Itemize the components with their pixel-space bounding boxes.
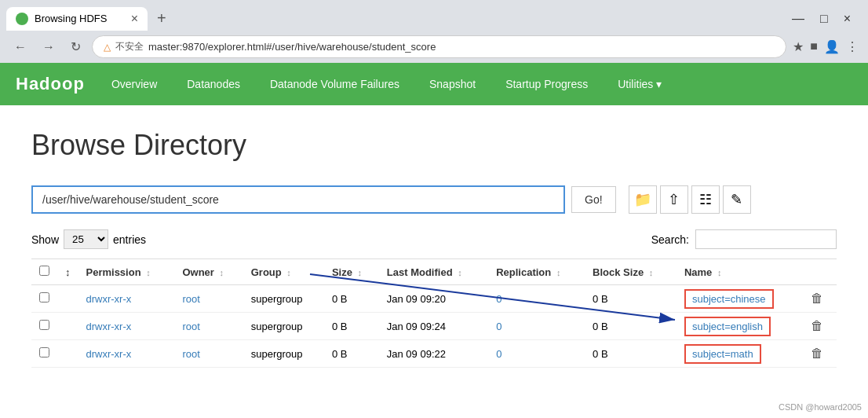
row-delete: 🗑: [803, 285, 837, 313]
row-name: subject=english: [677, 313, 803, 340]
show-label: Show: [31, 233, 59, 246]
table-row: drwxr-xr-x root supergroup 0 B Jan 09 09…: [31, 313, 837, 340]
row-sort-icon: [57, 285, 78, 313]
row-replication: 0: [488, 313, 585, 340]
permission-link[interactable]: drwxr-xr-x: [86, 348, 132, 360]
header-checkbox-cell: [31, 259, 57, 285]
row-last-modified: Jan 09 09:20: [379, 285, 488, 313]
extensions-icon[interactable]: ■: [810, 39, 818, 54]
edit-icon-button[interactable]: ✎: [723, 185, 751, 214]
row-checkbox-cell: [31, 313, 57, 340]
profile-icon[interactable]: 👤: [824, 39, 840, 54]
nav-datanodes[interactable]: Datanodes: [184, 64, 243, 104]
delete-button[interactable]: 🗑: [811, 346, 823, 361]
security-text: 不安全: [115, 40, 144, 53]
header-sort[interactable]: ↕: [57, 259, 78, 285]
row-block-size: 0 B: [585, 285, 677, 313]
row-group: supergroup: [243, 285, 324, 313]
refresh-button[interactable]: ↻: [66, 38, 86, 56]
row-permission: drwxr-xr-x: [78, 313, 175, 340]
row-checkbox[interactable]: [39, 292, 49, 302]
name-link[interactable]: subject=math: [692, 348, 753, 360]
upload-icon-button[interactable]: ⇧: [660, 185, 688, 214]
header-owner: Owner ↕: [174, 259, 243, 285]
folder-icon-button[interactable]: 📁: [629, 185, 657, 214]
table-header-row: ↕ Permission ↕ Owner ↕ Group ↕ Size ↕ La…: [31, 259, 837, 285]
navbar: Hadoop Overview Datanodes Datanode Volum…: [0, 63, 868, 105]
row-size: 0 B: [324, 340, 379, 368]
nav-datanode-volume-failures[interactable]: Datanode Volume Failures: [267, 64, 403, 104]
browser-tab[interactable]: Browsing HDFS ×: [6, 7, 148, 31]
address-actions: ★ ■ 👤 ⋮: [793, 39, 859, 54]
header-permission: Permission ↕: [78, 259, 175, 285]
menu-icon[interactable]: ⋮: [846, 39, 859, 54]
replication-link[interactable]: 0: [496, 348, 501, 360]
header-block-size: Block Size ↕: [585, 259, 677, 285]
entries-label: entries: [113, 233, 146, 246]
row-owner: root: [174, 313, 243, 340]
directory-table: ↕ Permission ↕ Owner ↕ Group ↕ Size ↕ La…: [31, 258, 837, 368]
row-checkbox-cell: [31, 285, 57, 313]
owner-link[interactable]: root: [182, 321, 199, 332]
nav-utilities[interactable]: Utilities ▾: [615, 64, 665, 104]
tab-close-button[interactable]: ×: [131, 12, 138, 26]
nav-snapshot[interactable]: Snapshot: [426, 64, 479, 104]
go-button[interactable]: Go!: [571, 186, 616, 213]
row-block-size: 0 B: [585, 340, 677, 368]
maximize-button[interactable]: □: [815, 10, 833, 28]
row-owner: root: [174, 340, 243, 368]
replication-link[interactable]: 0: [496, 321, 501, 332]
row-replication: 0: [488, 340, 585, 368]
show-entries: Show 25 10 50 100 entries: [31, 229, 146, 249]
header-name: Name ↕: [677, 259, 803, 285]
replication-link[interactable]: 0: [496, 293, 501, 305]
minimize-button[interactable]: —: [787, 10, 809, 28]
forward-button[interactable]: →: [38, 38, 60, 56]
row-name: subject=math: [677, 340, 803, 368]
url-bar[interactable]: △ 不安全 master:9870/explorer.html#/user/hi…: [92, 35, 786, 58]
new-tab-button[interactable]: +: [151, 6, 173, 31]
header-group: Group ↕: [243, 259, 324, 285]
address-bar: ← → ↻ △ 不安全 master:9870/explorer.html#/u…: [0, 31, 868, 63]
row-last-modified: Jan 09 09:24: [379, 313, 488, 340]
navbar-brand: Hadoop: [16, 63, 85, 105]
row-replication: 0: [488, 285, 585, 313]
row-checkbox[interactable]: [39, 347, 49, 358]
row-group: supergroup: [243, 340, 324, 368]
delete-button[interactable]: 🗑: [811, 292, 823, 306]
row-group: supergroup: [243, 313, 324, 340]
nav-startup-progress[interactable]: Startup Progress: [502, 64, 591, 104]
header-size: Size ↕: [324, 259, 379, 285]
row-permission: drwxr-xr-x: [78, 340, 175, 368]
row-sort-icon: [57, 313, 78, 340]
row-checkbox-cell: [31, 340, 57, 368]
tab-label: Browsing HDFS: [35, 13, 107, 24]
nav-overview[interactable]: Overview: [108, 64, 160, 104]
entries-select[interactable]: 25 10 50 100: [64, 229, 108, 249]
page-title: Browse Directory: [31, 129, 837, 162]
owner-link[interactable]: root: [182, 293, 199, 305]
table-controls: Show 25 10 50 100 entries Search:: [31, 229, 837, 249]
name-link[interactable]: subject=chinese: [692, 293, 766, 305]
row-checkbox[interactable]: [39, 320, 49, 330]
row-owner: root: [174, 285, 243, 313]
permission-link[interactable]: drwxr-xr-x: [86, 321, 132, 332]
delete-button[interactable]: 🗑: [811, 319, 823, 333]
owner-link[interactable]: root: [182, 348, 199, 360]
permission-link[interactable]: drwxr-xr-x: [86, 293, 132, 305]
row-name: subject=chinese: [677, 285, 803, 313]
security-icon: △: [104, 42, 111, 53]
name-link[interactable]: subject=english: [692, 321, 763, 332]
back-button[interactable]: ←: [9, 38, 31, 56]
search-bar: Search:: [651, 229, 837, 249]
close-window-button[interactable]: ×: [839, 10, 855, 28]
path-input[interactable]: [31, 185, 565, 214]
search-label: Search:: [651, 233, 689, 246]
table-container: ↕ Permission ↕ Owner ↕ Group ↕ Size ↕ La…: [31, 258, 837, 368]
search-input[interactable]: [695, 229, 837, 249]
main-content: Browse Directory Go! 📁 ⇧ ☷ ✎ Show 25 10 …: [0, 105, 868, 391]
row-delete: 🗑: [803, 340, 837, 368]
bookmark-icon[interactable]: ★: [793, 39, 804, 54]
select-all-checkbox[interactable]: [39, 266, 49, 276]
list-icon-button[interactable]: ☷: [691, 185, 720, 214]
